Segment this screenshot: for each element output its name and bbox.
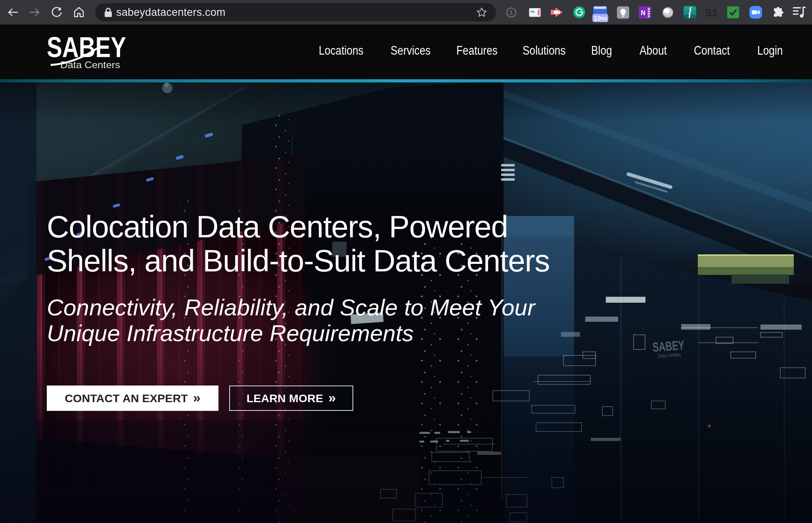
- svg-text:1: 1: [510, 10, 513, 16]
- svg-text:**: **: [530, 10, 535, 15]
- svg-text:10m: 10m: [594, 15, 607, 22]
- svg-text:N: N: [641, 10, 645, 16]
- svg-text:Data Centers: Data Centers: [60, 59, 120, 70]
- svg-text:SABEY: SABEY: [47, 35, 126, 63]
